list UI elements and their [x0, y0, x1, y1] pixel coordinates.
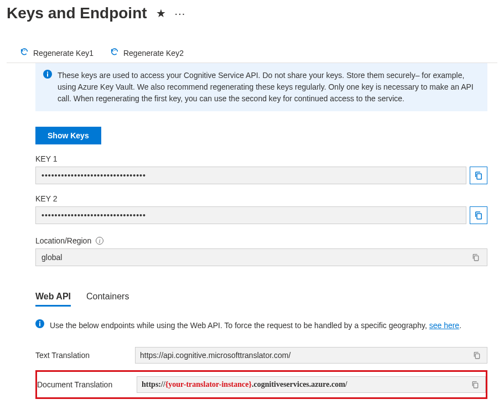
text-translation-endpoint: https://api.cognitive.microsofttranslato… — [135, 347, 487, 364]
svg-rect-9 — [39, 323, 40, 326]
info-icon — [35, 319, 44, 331]
key2-value[interactable] — [35, 206, 466, 224]
see-here-link[interactable]: see here — [429, 321, 459, 330]
info-icon — [43, 70, 52, 105]
svg-rect-10 — [39, 322, 40, 323]
regenerate-key2-button[interactable]: 2 Regenerate Key2 — [110, 48, 184, 58]
tab-containers[interactable]: Containers — [86, 288, 129, 307]
location-label: Location/Region — [35, 236, 91, 245]
page-title: Keys and Endpoint — [7, 4, 147, 22]
copy-key2-button[interactable] — [470, 206, 487, 224]
tab-web-api[interactable]: Web API — [35, 288, 71, 307]
svg-text:2: 2 — [114, 48, 116, 51]
info-icon[interactable]: i — [96, 237, 103, 245]
location-value-box: global — [35, 248, 487, 266]
text-translation-row: Text Translation https://api.cognitive.m… — [35, 344, 487, 367]
svg-rect-11 — [475, 354, 479, 359]
refresh-icon: 1 — [20, 48, 29, 58]
info-text: These keys are used to access your Cogni… — [58, 70, 480, 105]
copy-doc-endpoint-button[interactable] — [470, 379, 481, 390]
svg-rect-12 — [474, 383, 477, 388]
endpoint-tabs: Web API Containers — [35, 288, 487, 307]
document-translation-row: Document Translation https://{your-trans… — [35, 370, 487, 399]
svg-text:1: 1 — [24, 48, 25, 51]
copy-location-button[interactable] — [470, 252, 481, 263]
text-translation-label: Text Translation — [35, 351, 135, 360]
svg-rect-5 — [477, 174, 481, 179]
svg-rect-3 — [47, 74, 48, 77]
regenerate-key1-button[interactable]: 1 Regenerate Key1 — [20, 48, 93, 58]
copy-text-endpoint-button[interactable] — [471, 350, 482, 361]
web-api-info-text: Use the below endpoints while using the … — [50, 319, 461, 331]
svg-rect-7 — [474, 256, 478, 261]
show-keys-button[interactable]: Show Keys — [35, 127, 101, 144]
key1-label: KEY 1 — [35, 154, 487, 163]
key1-value[interactable] — [35, 167, 466, 184]
info-banner: These keys are used to access your Cogni… — [35, 63, 487, 111]
copy-key1-button[interactable] — [470, 167, 487, 184]
document-translation-endpoint: https://{your-translator-instance}.cogni… — [137, 376, 486, 393]
svg-rect-4 — [47, 72, 48, 73]
more-menu-icon[interactable]: ··· — [175, 7, 186, 20]
favorite-star-icon[interactable]: ★ — [156, 7, 166, 20]
location-value: global — [41, 253, 62, 262]
key2-label: KEY 2 — [35, 194, 487, 203]
document-translation-label: Document Translation — [37, 380, 137, 389]
svg-rect-6 — [477, 214, 481, 219]
refresh-icon: 2 — [110, 48, 119, 58]
